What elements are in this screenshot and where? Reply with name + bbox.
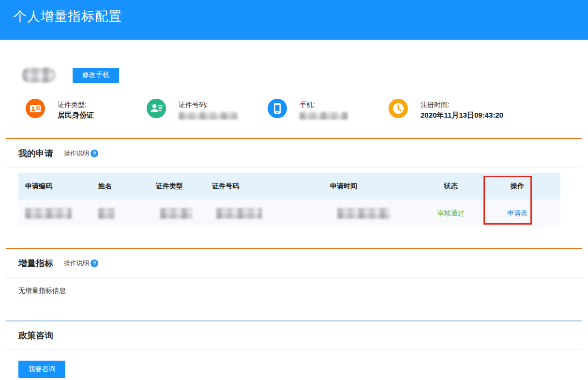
help-label[interactable]: 操作说明 bbox=[64, 149, 89, 158]
phone-label: 手机: bbox=[300, 100, 348, 109]
section-my-applications: 我的申请 操作说明 ? 申请编码 姓名 证件类型 证件号码 申请时间 状态 操作… bbox=[6, 138, 582, 227]
id-number-icon bbox=[147, 99, 166, 118]
clock-icon bbox=[389, 99, 408, 118]
cell-cert-type bbox=[156, 199, 212, 227]
question-mark-icon[interactable]: ? bbox=[90, 259, 98, 267]
my-applications-title: 我的申请 bbox=[18, 148, 53, 159]
col-header-apply-time: 申请时间 bbox=[330, 173, 427, 199]
info-item-register-time: 注册时间: 2020年11月13日09:43:20 bbox=[389, 97, 510, 121]
help-label[interactable]: 操作说明 bbox=[64, 259, 89, 268]
applications-table: 申请编码 姓名 证件类型 证件号码 申请时间 状态 操作 审核通过 申请表 bbox=[18, 173, 560, 227]
redacted-apply-code bbox=[25, 208, 72, 219]
user-info-row: 证件类型: 居民身份证 证件号码: 手机: 注册时间: 2020年11月13日0… bbox=[0, 97, 588, 121]
cell-apply-time bbox=[330, 199, 427, 227]
cell-cert-number bbox=[212, 199, 330, 227]
col-header-status: 状态 bbox=[427, 173, 474, 199]
cert-type-value: 居民身份证 bbox=[58, 110, 94, 121]
no-quota-message: 无增量指标信息 bbox=[18, 287, 582, 294]
question-mark-icon[interactable]: ? bbox=[90, 150, 98, 157]
cell-name bbox=[98, 199, 156, 227]
cell-action: 申请表 bbox=[474, 199, 560, 227]
edit-phone-button[interactable]: 修改手机 bbox=[73, 68, 119, 83]
policy-consult-header: 政策咨询 bbox=[6, 321, 582, 350]
col-header-name: 姓名 bbox=[98, 173, 156, 199]
info-item-phone: 手机: bbox=[268, 97, 389, 121]
policy-consult-title: 政策咨询 bbox=[18, 330, 53, 341]
col-header-cert-number: 证件号码 bbox=[212, 173, 330, 199]
increment-quota-help[interactable]: 操作说明 ? bbox=[64, 259, 98, 268]
id-card-icon bbox=[26, 99, 45, 118]
increment-quota-header: 增量指标 操作说明 ? bbox=[6, 249, 582, 278]
col-header-cert-type: 证件类型 bbox=[156, 173, 212, 199]
section-increment-quota: 增量指标 操作说明 ? 无增量指标信息 bbox=[6, 248, 582, 304]
redacted-apply-time bbox=[337, 208, 390, 219]
cell-apply-code bbox=[18, 199, 98, 227]
register-time-value: 2020年11月13日09:43:20 bbox=[421, 110, 503, 121]
col-header-apply-code: 申请编码 bbox=[18, 173, 98, 199]
status-badge: 审核通过 bbox=[427, 199, 474, 227]
redacted-phone bbox=[300, 112, 348, 120]
redacted-cert-type bbox=[160, 208, 192, 219]
consult-button[interactable]: 我要咨询 bbox=[18, 361, 65, 378]
section-policy-consult: 政策咨询 bbox=[6, 320, 582, 350]
application-form-link[interactable]: 申请表 bbox=[507, 209, 528, 218]
cert-type-label: 证件类型: bbox=[58, 100, 94, 109]
increment-quota-title: 增量指标 bbox=[18, 258, 53, 269]
redacted-username bbox=[22, 67, 56, 83]
phone-icon bbox=[268, 99, 287, 118]
my-applications-help[interactable]: 操作说明 ? bbox=[64, 149, 98, 158]
page-title: 个人增量指标配置 bbox=[14, 8, 588, 25]
table-header-row: 申请编码 姓名 证件类型 证件号码 申请时间 状态 操作 bbox=[18, 173, 560, 199]
cert-number-label: 证件号码: bbox=[179, 100, 238, 109]
redacted-cert-number-cell bbox=[216, 208, 262, 219]
user-summary-row: 修改手机 bbox=[22, 67, 588, 83]
info-item-cert-type: 证件类型: 居民身份证 bbox=[26, 97, 147, 121]
redacted-cert-number bbox=[179, 112, 238, 120]
redacted-name bbox=[98, 208, 115, 219]
info-item-cert-number: 证件号码: bbox=[147, 97, 268, 121]
my-applications-header: 我的申请 操作说明 ? bbox=[6, 139, 582, 168]
table-row: 审核通过 申请表 bbox=[18, 199, 560, 227]
register-time-label: 注册时间: bbox=[421, 100, 503, 109]
page-header-banner: 个人增量指标配置 bbox=[0, 0, 588, 40]
col-header-action: 操作 bbox=[474, 173, 560, 199]
